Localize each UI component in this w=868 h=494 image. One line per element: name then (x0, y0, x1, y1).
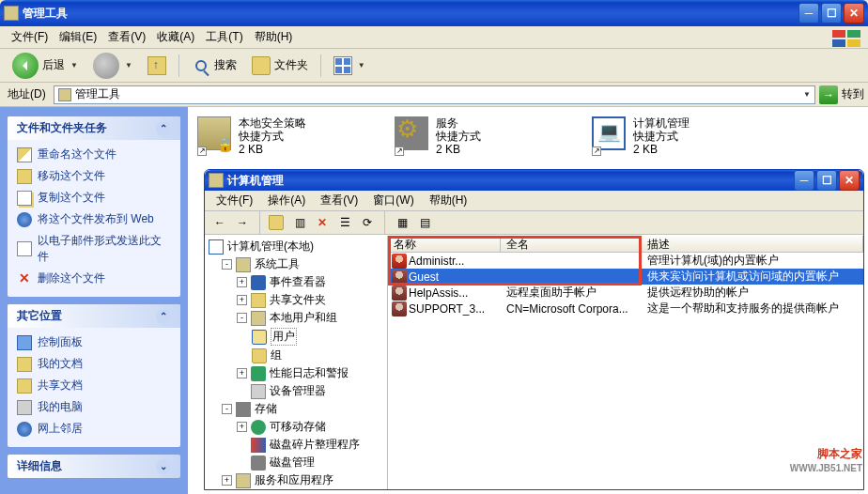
item-local-security-policy[interactable]: ↗ 本地安全策略快捷方式2 KB (197, 116, 357, 156)
inner-menu-file[interactable]: 文件(F) (209, 191, 260, 210)
tree-device-manager[interactable]: 设备管理器 (207, 382, 385, 400)
tb-refresh[interactable]: ⟳ (358, 213, 377, 232)
place-control-panel[interactable]: 控制面板 (17, 332, 171, 353)
outer-menubar: 文件(F) 编辑(E) 查看(V) 收藏(A) 工具(T) 帮助(H) (0, 26, 868, 49)
expand-icon[interactable]: + (222, 475, 232, 486)
services-icon (395, 116, 428, 150)
chevron-up-icon: ⌃ (156, 309, 171, 324)
tree-defrag[interactable]: 磁盘碎片整理程序 (207, 436, 385, 454)
up-folder-icon (269, 215, 284, 230)
chevron-down-icon[interactable]: ▼ (803, 90, 811, 99)
maximize-button[interactable]: ☐ (821, 3, 842, 23)
task-move[interactable]: 移动这个文件 (17, 165, 171, 187)
task-delete[interactable]: ✕删除这个文件 (17, 268, 171, 289)
menu-file[interactable]: 文件(F) (6, 27, 54, 47)
collapse-icon[interactable]: - (222, 259, 232, 270)
tree-removable[interactable]: +可移动存储 (207, 418, 385, 436)
search-button[interactable]: 搜索 (185, 53, 243, 79)
task-rename[interactable]: 重命名这个文件 (17, 144, 171, 165)
menu-view[interactable]: 查看(V) (102, 27, 151, 47)
inner-menu-window[interactable]: 窗口(W) (365, 191, 421, 210)
collapse-icon[interactable]: - (222, 404, 232, 414)
event-icon (251, 275, 266, 290)
tree-disk-mgmt[interactable]: 磁盘管理 (207, 454, 385, 471)
col-description[interactable]: 描述 (642, 236, 863, 252)
tb-delete[interactable]: ✕ (313, 213, 332, 232)
user-row-helpassistant[interactable]: HelpAssis... 远程桌面助手帐户 提供远程协助的帐户 (388, 285, 863, 301)
up-icon (147, 56, 166, 75)
tree-root[interactable]: 计算机管理(本地) (207, 238, 385, 255)
folders-button[interactable]: 文件夹 (245, 53, 315, 79)
inner-menu-help[interactable]: 帮助(H) (422, 191, 475, 210)
expand-icon[interactable]: + (237, 295, 247, 305)
chevron-down-icon: ▼ (358, 61, 365, 69)
inner-maximize-button[interactable]: ☐ (816, 170, 837, 191)
details-panel: 详细信息⌄ (8, 455, 180, 478)
tree-event-viewer[interactable]: +事件查看器 (207, 273, 385, 291)
computer-icon (17, 400, 32, 415)
user-row-guest[interactable]: Guest 供来宾访问计算机或访问域的内置帐户 (388, 269, 863, 285)
views-button[interactable]: ▼ (327, 53, 372, 79)
removable-icon (251, 420, 266, 435)
storage-icon (236, 402, 251, 417)
expand-icon[interactable]: + (237, 277, 247, 287)
place-my-computer[interactable]: 我的电脑 (17, 396, 171, 418)
tb-back[interactable]: ← (210, 213, 229, 232)
expand-icon[interactable]: + (237, 368, 247, 378)
place-my-documents[interactable]: 我的文档 (17, 353, 171, 375)
user-icon (392, 286, 407, 301)
tree-users[interactable]: 用户 (207, 327, 385, 347)
other-places-panel: 其它位置⌃ 控制面板 我的文档 共享文档 我的电脑 网上邻居 (8, 304, 180, 447)
col-fullname[interactable]: 全名 (501, 236, 642, 252)
tb-forward[interactable]: → (233, 213, 252, 232)
inner-minimize-button[interactable]: ─ (794, 170, 814, 191)
task-email[interactable]: 以电子邮件形式发送此文件 (17, 230, 171, 268)
tree-system-tools[interactable]: -系统工具 (207, 255, 385, 273)
other-places-header[interactable]: 其它位置⌃ (8, 304, 180, 328)
expand-icon[interactable]: + (237, 422, 247, 432)
close-button[interactable]: ✕ (844, 3, 864, 23)
place-network[interactable]: 网上邻居 (17, 418, 171, 440)
tb-export[interactable]: ▦ (393, 213, 411, 232)
tb-up[interactable] (268, 213, 287, 232)
col-name[interactable]: 名称 (388, 236, 501, 252)
tree-shared-folders[interactable]: +共享文件夹 (207, 291, 385, 309)
forward-button[interactable]: ▼ (86, 53, 139, 79)
tree-local-users-groups[interactable]: -本地用户和组 (207, 309, 385, 327)
inner-menubar: 文件(F) 操作(A) 查看(V) 窗口(W) 帮助(H) (205, 191, 863, 211)
inner-close-button[interactable]: ✕ (839, 170, 860, 191)
views-icon (333, 56, 352, 75)
tree-storage[interactable]: -存储 (207, 400, 385, 418)
minimize-button[interactable]: ─ (798, 3, 819, 23)
place-shared-docs[interactable]: 共享文档 (17, 375, 171, 396)
menu-help[interactable]: 帮助(H) (249, 27, 299, 47)
address-input[interactable]: 管理工具 ▼ (54, 85, 815, 104)
tb-help[interactable]: ▤ (415, 213, 434, 232)
up-button[interactable] (141, 53, 173, 79)
back-button[interactable]: 后退▼ (6, 53, 85, 79)
tree-pane[interactable]: 计算机管理(本地) -系统工具 +事件查看器 +共享文件夹 -本地用户和组 用户… (205, 236, 388, 490)
menu-tools[interactable]: 工具(T) (200, 27, 248, 47)
go-button[interactable]: → (819, 85, 838, 104)
inner-menu-action[interactable]: 操作(A) (260, 191, 313, 210)
back-icon (12, 53, 39, 79)
menu-edit[interactable]: 编辑(E) (54, 27, 102, 47)
computer-mgmt-icon (592, 116, 626, 150)
chevron-down-icon: ▼ (125, 61, 132, 69)
tree-groups[interactable]: 组 (207, 347, 385, 364)
inner-menu-view[interactable]: 查看(V) (313, 191, 365, 210)
tb-properties[interactable]: ☰ (335, 213, 354, 232)
details-header[interactable]: 详细信息⌄ (8, 455, 180, 478)
user-row-administrator[interactable]: Administr... 管理计算机(域)的内置帐户 (388, 253, 863, 269)
collapse-icon[interactable]: - (237, 313, 247, 323)
task-publish-web[interactable]: 将这个文件发布到 Web (17, 208, 171, 230)
item-services[interactable]: ↗ 服务快捷方式2 KB (395, 116, 554, 156)
tree-services-apps[interactable]: +服务和应用程序 (207, 471, 385, 489)
user-row-support[interactable]: SUPPORT_3... CN=Microsoft Corpora... 这是一… (388, 301, 863, 316)
tree-performance[interactable]: +性能日志和警报 (207, 364, 385, 382)
file-tasks-header[interactable]: 文件和文件夹任务⌃ (8, 116, 180, 140)
tb-show-hide[interactable]: ▥ (290, 213, 309, 232)
task-copy[interactable]: 复制这个文件 (17, 187, 171, 208)
menu-favorites[interactable]: 收藏(A) (151, 27, 200, 47)
item-computer-management[interactable]: ↗ 计算机管理快捷方式2 KB (592, 116, 752, 156)
